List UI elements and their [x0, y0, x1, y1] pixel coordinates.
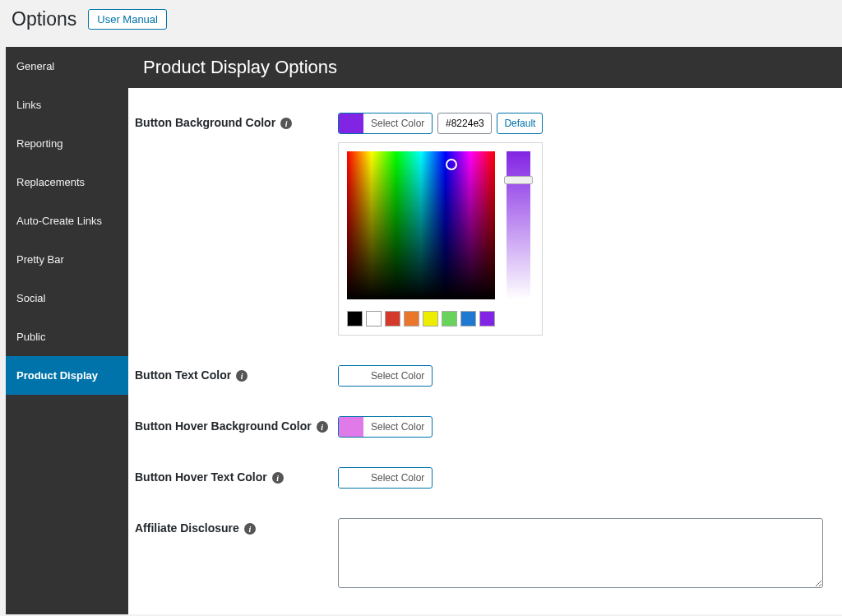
sidebar-item-pretty-bar[interactable]: Pretty Bar: [6, 240, 128, 279]
hex-input[interactable]: [437, 113, 492, 134]
content-title: Product Display Options: [128, 47, 842, 88]
sidebar-item-replacements[interactable]: Replacements: [6, 163, 128, 201]
color-preset[interactable]: [479, 311, 495, 327]
setting-label: Button Background Color i: [128, 113, 338, 336]
page-title: Options: [12, 8, 76, 30]
info-icon[interactable]: i: [317, 421, 328, 433]
sidebar-item-auto-create-links[interactable]: Auto-Create Links: [6, 201, 128, 240]
content-area: Product Display Options Button Backgroun…: [128, 47, 842, 614]
color-swatch: [339, 366, 363, 386]
label-text: Button Text Color: [135, 368, 231, 382]
color-preset[interactable]: [404, 311, 419, 327]
color-preset[interactable]: [423, 311, 438, 327]
sidebar-item-public[interactable]: Public: [6, 317, 128, 356]
select-color-button[interactable]: Select Color: [338, 467, 433, 489]
setting-button-bg: Button Background Color i Select Color D…: [128, 106, 842, 359]
label-text: Button Hover Background Color: [135, 419, 312, 433]
select-color-button[interactable]: Select Color: [338, 365, 433, 387]
color-preset[interactable]: [460, 311, 476, 327]
affiliate-disclosure-textarea[interactable]: [338, 518, 823, 588]
label-text: Button Background Color: [135, 116, 275, 129]
info-icon[interactable]: i: [236, 370, 248, 382]
label-text: Button Hover Text Color: [135, 470, 267, 484]
color-gradient[interactable]: [347, 151, 495, 299]
sidebar-item-links[interactable]: Links: [6, 86, 128, 124]
page-header: Options User Manual: [0, 0, 842, 47]
setting-button-text: Button Text Color i Select Color: [128, 359, 842, 410]
user-manual-button[interactable]: User Manual: [88, 9, 167, 30]
setting-label: Button Text Color i: [128, 365, 338, 387]
lightness-slider[interactable]: [507, 151, 530, 299]
color-preset[interactable]: [385, 311, 400, 327]
settings-sidebar: GeneralLinksReportingReplacementsAuto-Cr…: [6, 47, 128, 614]
setting-affiliate-disclosure: Affiliate Disclosure i: [128, 512, 842, 614]
default-button[interactable]: Default: [497, 113, 543, 134]
setting-button-hover-bg: Button Hover Background Color i Select C…: [128, 410, 842, 461]
color-picker-panel: [338, 142, 543, 336]
gradient-cursor[interactable]: [446, 159, 457, 170]
setting-button-hover-text: Button Hover Text Color i Select Color: [128, 461, 842, 512]
info-icon[interactable]: i: [272, 472, 284, 484]
info-icon[interactable]: i: [244, 523, 256, 535]
sidebar-item-reporting[interactable]: Reporting: [6, 124, 128, 163]
setting-label: Affiliate Disclosure i: [128, 518, 338, 591]
color-swatch: [339, 468, 363, 488]
sidebar-item-social[interactable]: Social: [6, 279, 128, 317]
color-preset[interactable]: [442, 311, 457, 327]
setting-label: Button Hover Text Color i: [128, 467, 338, 489]
sidebar-item-general[interactable]: General: [6, 47, 128, 86]
select-color-button[interactable]: Select Color: [338, 416, 433, 438]
slider-handle[interactable]: [504, 176, 533, 184]
preset-row: [347, 311, 534, 327]
setting-label: Button Hover Background Color i: [128, 416, 338, 438]
sidebar-item-product-display[interactable]: Product Display: [6, 356, 128, 395]
color-swatch: [339, 113, 363, 133]
color-swatch: [339, 417, 363, 437]
info-icon[interactable]: i: [280, 118, 292, 129]
select-color-button[interactable]: Select Color: [338, 113, 433, 134]
color-preset[interactable]: [366, 311, 382, 327]
color-preset[interactable]: [347, 311, 363, 327]
label-text: Affiliate Disclosure: [135, 521, 239, 535]
